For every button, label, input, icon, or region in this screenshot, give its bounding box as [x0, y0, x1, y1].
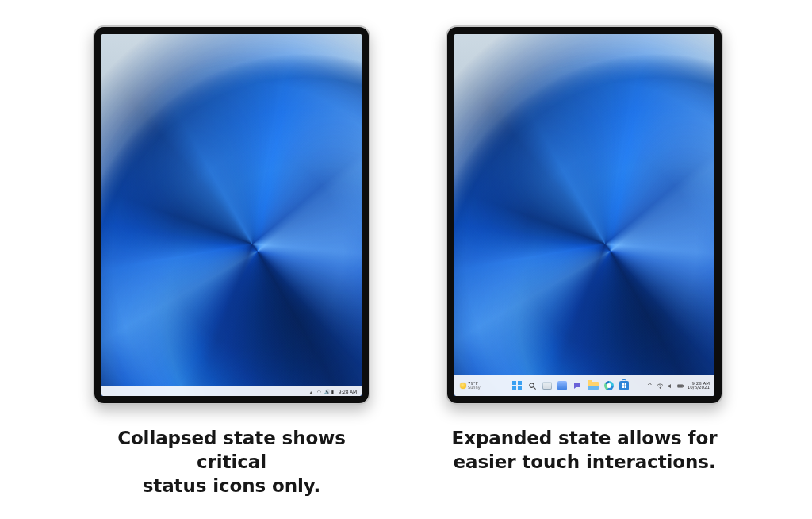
taskbar-drag-handle[interactable]	[102, 389, 106, 394]
screen-left: 9:28 AM	[102, 34, 362, 396]
chat-icon[interactable]	[573, 381, 582, 390]
wallpaper-swirl-overlay	[454, 34, 714, 396]
taskbar-collapsed[interactable]: 9:28 AM	[102, 386, 362, 396]
weather-widget[interactable]: 79°F Sunny	[460, 382, 481, 390]
battery-icon[interactable]	[677, 383, 684, 390]
taskbar-left-group: 79°F Sunny	[458, 382, 496, 390]
wallpaper-swirl-overlay	[102, 34, 362, 396]
caption-collapsed: Collapsed state shows critical status ic…	[89, 427, 374, 498]
caption-line: easier touch interactions.	[453, 452, 715, 472]
clock-text[interactable]: 9:28 AM	[339, 389, 357, 394]
taskbar-right-group: ^ 9:28 AM 10/6/2021	[646, 382, 711, 390]
caption-line: Collapsed state shows critical	[117, 428, 346, 472]
tablet-collapsed-column: 9:28 AM Collapsed state shows critical s…	[89, 25, 374, 498]
taskbar-expanded[interactable]: 79°F Sunny	[454, 375, 714, 396]
wifi-icon[interactable]	[657, 383, 664, 390]
edge-icon[interactable]	[604, 381, 614, 390]
chevron-up-icon[interactable]: ^	[646, 383, 653, 390]
clock-date[interactable]: 9:28 AM 10/6/2021	[688, 382, 710, 390]
svg-point-2	[660, 387, 661, 388]
clock-date-text: 10/6/2021	[688, 386, 710, 390]
svg-rect-4	[683, 385, 684, 386]
weather-desc: Sunny	[468, 386, 481, 390]
chevron-up-icon[interactable]	[310, 389, 315, 394]
tablet-device-left: 9:28 AM	[93, 25, 370, 405]
volume-icon[interactable]	[324, 389, 329, 394]
sun-icon	[460, 383, 466, 389]
tablet-expanded-column: 79°F Sunny	[446, 25, 723, 475]
widgets-icon[interactable]	[557, 381, 567, 390]
svg-point-0	[530, 383, 534, 387]
microsoft-store-icon[interactable]	[619, 381, 629, 390]
battery-icon[interactable]	[331, 389, 336, 394]
start-icon[interactable]	[512, 381, 522, 390]
caption-line: Expanded state allows for	[452, 428, 718, 448]
task-view-icon[interactable]	[542, 382, 552, 390]
caption-line: status icons only.	[143, 475, 321, 496]
volume-icon[interactable]	[667, 383, 674, 390]
file-explorer-icon[interactable]	[588, 382, 599, 390]
svg-rect-5	[678, 385, 683, 386]
search-icon[interactable]	[527, 381, 537, 390]
caption-expanded: Expanded state allows for easier touch i…	[452, 427, 718, 475]
tablet-device-right: 79°F Sunny	[446, 25, 723, 405]
taskbar-center-group	[512, 381, 629, 390]
wifi-icon[interactable]	[317, 389, 322, 394]
screen-right: 79°F Sunny	[454, 34, 714, 396]
svg-line-1	[534, 386, 536, 389]
